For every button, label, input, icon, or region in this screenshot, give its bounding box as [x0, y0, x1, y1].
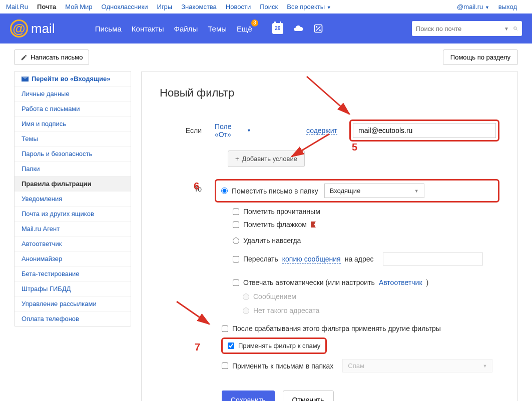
cloud-icon[interactable] — [293, 24, 303, 34]
main-nav: Письма Контакты Файлы Темы Ещё3 — [95, 24, 252, 33]
svg-line-5 — [516, 29, 517, 30]
flag-icon — [311, 222, 316, 228]
delete-option[interactable]: Удалить навсегда — [233, 236, 499, 244]
autoreply-option: Отвечать автоматически (или настроить Ав… — [233, 278, 499, 286]
forward-copy-link[interactable]: копию сообщения — [282, 255, 341, 264]
action-move-radio[interactable]: Поместить письмо в папку — [221, 187, 318, 195]
chevron-down-icon: ▼ — [414, 188, 419, 194]
sidebar-item-external[interactable]: Почта из других ящиков — [15, 206, 131, 222]
svg-point-2 — [319, 30, 320, 31]
checkbox-autoreply[interactable] — [233, 280, 239, 286]
checkbox-flag[interactable] — [233, 222, 239, 228]
checkbox-after[interactable] — [222, 326, 228, 332]
condition-type-link[interactable]: содержит — [306, 126, 337, 135]
sidebar-item-mailwork[interactable]: Работа с письмами — [15, 102, 131, 116]
sidebar-item-security[interactable]: Пароль и безопасность — [15, 146, 131, 162]
checkbox-apply-folders[interactable] — [222, 362, 228, 369]
svg-point-4 — [514, 27, 516, 30]
sidebar-goto-inbox[interactable]: Перейти во «Входящие» — [15, 72, 131, 86]
search-scope-dropdown[interactable]: ▼ — [504, 26, 509, 32]
annotation-arrow — [172, 296, 217, 332]
top-navigation: Mail.Ru Почта Мой Мир Одноклассники Игры… — [0, 0, 532, 14]
header-icons: 26 — [272, 23, 323, 34]
apply-folders-option: Применить к письмам в папках Спам ▼ — [222, 359, 499, 372]
forward-option: Переслать копию сообщения на адрес — [233, 252, 499, 266]
reply-message-radio[interactable]: Сообщением — [243, 292, 499, 300]
checkbox-forward[interactable] — [233, 256, 239, 262]
save-button[interactable]: Сохранить — [222, 390, 275, 401]
add-condition-button[interactable]: + Добавить условие — [228, 150, 305, 167]
chevron-down-icon: ▼ — [485, 5, 489, 10]
mark-read-option[interactable]: Пометить прочитанным — [233, 208, 499, 216]
sidebar-item-themes[interactable]: Темы — [15, 132, 131, 146]
sub-header: Написать письмо Помощь по разделу — [0, 44, 532, 71]
svg-line-8 — [177, 302, 209, 324]
folders-multiselect[interactable]: Спам ▼ — [342, 359, 492, 372]
highlight-box: Поместить письмо в папку Входящие ▼ — [215, 179, 499, 202]
topbar-link-current[interactable]: Почта — [37, 3, 56, 10]
reply-nosuch-radio[interactable]: Нет такого адресата — [243, 306, 499, 314]
sidebar-item-signature[interactable]: Имя и подпись — [15, 116, 131, 132]
sidebar-item-fines[interactable]: Штрафы ГИБДД — [15, 282, 131, 296]
topbar-link[interactable]: Знакомства — [181, 3, 217, 10]
pencil-icon — [21, 54, 28, 61]
topbar-link[interactable]: Mail.Ru — [6, 3, 28, 10]
nav-more[interactable]: Ещё3 — [237, 24, 252, 33]
nav-letters[interactable]: Письма — [95, 24, 122, 33]
cancel-button[interactable]: Отменить — [283, 390, 334, 401]
badge-count: 3 — [251, 20, 258, 26]
sidebar-item-anonymizer[interactable]: Анонимайзер — [15, 252, 131, 266]
autoreply-link[interactable]: Автоответчик — [379, 278, 422, 286]
forward-address-input[interactable] — [383, 252, 483, 266]
radio-reply-msg — [243, 294, 249, 300]
logo[interactable]: @ mail — [10, 20, 55, 38]
settings-sidebar: Перейти во «Входящие» Личные данные Рабо… — [14, 71, 131, 326]
sidebar-item-phonepay[interactable]: Оплата телефонов — [15, 312, 131, 326]
logout-link[interactable]: выход — [498, 3, 517, 10]
flag-option[interactable]: Пометить флажком — [233, 220, 499, 228]
user-email-dropdown[interactable]: @mail.ru ▼ — [457, 3, 489, 10]
sidebar-item-subscriptions[interactable]: Управление рассылками — [15, 296, 131, 312]
sidebar-item-autoreply[interactable]: Автоответчик — [15, 236, 131, 252]
sidebar-item-personal[interactable]: Личные данные — [15, 86, 131, 102]
nav-themes[interactable]: Темы — [208, 24, 227, 33]
topbar-link[interactable]: Одноклассники — [102, 3, 148, 10]
topbar-link[interactable]: Мой Мир — [65, 3, 92, 10]
sidebar-item-agent[interactable]: Mail.ru Агент — [15, 222, 131, 236]
nav-files[interactable]: Файлы — [174, 24, 198, 33]
radio-move[interactable] — [221, 188, 228, 194]
condition-value-input[interactable] — [353, 123, 496, 138]
search-icon[interactable] — [513, 24, 518, 32]
sidebar-item-filters[interactable]: Правила фильтрации — [15, 176, 131, 192]
envelope-icon — [22, 76, 29, 82]
topbar-link[interactable]: Новости — [226, 3, 251, 10]
svg-point-1 — [316, 26, 317, 28]
topbar-link[interactable]: Поиск — [260, 3, 278, 10]
chevron-down-icon: ▼ — [247, 128, 251, 133]
field-dropdown[interactable]: Поле «От»▼ — [215, 122, 251, 138]
topbar-link[interactable]: Игры — [157, 3, 172, 10]
page-title: Новый фильтр — [160, 86, 499, 100]
sidebar-item-folders[interactable]: Папки — [15, 162, 131, 176]
highlight-box — [349, 120, 499, 142]
radio-reply-no — [243, 308, 249, 314]
highlight-box: Применять фильтр к спаму — [221, 338, 327, 354]
radio-delete[interactable] — [233, 238, 239, 244]
chevron-down-icon: ▼ — [327, 5, 331, 10]
compose-button[interactable]: Написать письмо — [14, 50, 89, 65]
search-box[interactable]: ▼ — [412, 21, 522, 36]
sidebar-item-beta[interactable]: Бета-тестирование — [15, 266, 131, 282]
apply-to-spam-label: Применять фильтр к спаму — [238, 342, 320, 350]
checkbox-spam[interactable] — [228, 342, 234, 349]
nav-contacts[interactable]: Контакты — [132, 24, 164, 33]
logo-text: mail — [31, 21, 55, 36]
search-input[interactable] — [416, 25, 500, 32]
checkbox-mark-read[interactable] — [233, 208, 239, 215]
help-button[interactable]: Помощь по разделу — [443, 50, 518, 65]
calendar-icon[interactable]: 26 — [272, 23, 283, 34]
target-folder-dropdown[interactable]: Входящие ▼ — [324, 184, 424, 198]
all-projects-dropdown[interactable]: Все проекты ▼ — [287, 3, 331, 10]
sidebar-item-notifications[interactable]: Уведомления — [15, 192, 131, 206]
percent-icon[interactable] — [313, 24, 323, 34]
after-filters-option[interactable]: После срабатывания этого фильтра применя… — [222, 324, 499, 332]
